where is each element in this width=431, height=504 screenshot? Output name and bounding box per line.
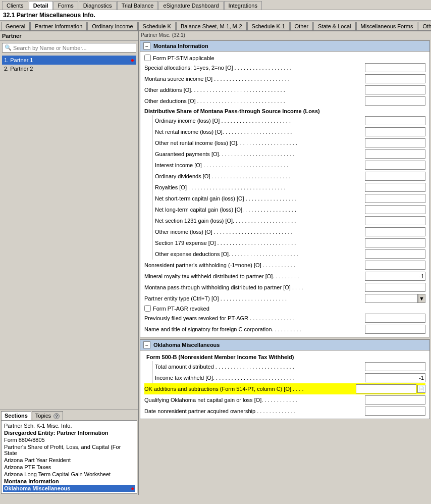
sections-content: Partner Sch. K-1 Misc. Info. Disregarded… bbox=[1, 420, 137, 494]
other-deductions-row: Other deductions [O] . . . . . . . . . .… bbox=[144, 95, 425, 107]
form-pt-stm-row: Form PT-STM applicable bbox=[144, 54, 425, 62]
dist-input-2[interactable] bbox=[365, 138, 425, 147]
partner-entity-type-dropdown[interactable]: ▼ bbox=[365, 294, 425, 303]
dist-input-3[interactable] bbox=[365, 149, 425, 159]
distributive-share-group: Ordinary income (loss) [O] . . . . . . .… bbox=[152, 115, 425, 260]
section-item-7[interactable]: Montana Information bbox=[3, 478, 135, 485]
section-item-8[interactable]: Oklahoma Miscellaneous ● bbox=[3, 485, 135, 492]
other-additions-input[interactable] bbox=[365, 85, 425, 94]
ok-label-1: Income tax withheld [O]. . . . . . . . .… bbox=[155, 375, 365, 381]
prev-filed-years-input[interactable] bbox=[365, 314, 425, 323]
tab-integrations[interactable]: Integrations bbox=[224, 1, 262, 10]
tab-partner-info[interactable]: Partner Information bbox=[30, 22, 87, 30]
partner-entity-type-input[interactable] bbox=[365, 294, 418, 303]
dist-input-7[interactable] bbox=[365, 194, 425, 203]
dist-input-4[interactable] bbox=[365, 161, 425, 170]
tab-detail[interactable]: Detail bbox=[29, 1, 53, 10]
tab-state-local[interactable]: State & Local bbox=[313, 22, 355, 30]
dist-input-9[interactable] bbox=[365, 216, 425, 225]
tab-other-forms[interactable]: Other Forms bbox=[418, 22, 431, 30]
ok-input-1[interactable] bbox=[365, 373, 425, 382]
dist-field-2: Other net rental income (loss) [O]. . . … bbox=[155, 137, 425, 148]
pass-through-input[interactable] bbox=[365, 283, 425, 292]
partner-item-1[interactable]: 1. Partner 1 ● bbox=[2, 56, 136, 65]
form-pt-stm-label: Form PT-STM applicable bbox=[153, 55, 214, 61]
section-item-2[interactable]: Form 8804/8805 bbox=[3, 436, 135, 443]
distributive-share-header: Distributive Share of Montana Pass-throu… bbox=[144, 107, 425, 115]
dist-field-9: Net section 1231 gain (loss) [O]. . . . … bbox=[155, 215, 425, 226]
ok-input-3[interactable] bbox=[365, 395, 425, 405]
montana-source-income-row: Montana source income [O] . . . . . . . … bbox=[144, 73, 425, 84]
pass-through-label: Montana pass-through withholding distrib… bbox=[144, 284, 365, 290]
tab-balance-sheet[interactable]: Balance Sheet, M-1, M-2 bbox=[176, 22, 247, 30]
prev-filed-years-row: Previously filed years revoked for PT-AG… bbox=[144, 313, 425, 324]
dist-label-7: Net short-term capital gain (loss) [O] .… bbox=[155, 195, 365, 201]
search-box[interactable]: 🔍 bbox=[2, 43, 136, 53]
montana-source-income-input[interactable] bbox=[365, 74, 425, 83]
ok-field-3: Qualifying Oklahoma net capital gain or … bbox=[144, 394, 425, 406]
nonresident-withholding-input[interactable] bbox=[365, 261, 425, 270]
dist-input-8[interactable] bbox=[365, 205, 425, 214]
sections-tab[interactable]: Sections bbox=[1, 411, 31, 420]
oklahoma-form-body: Form 500-B (Nonresident Member Income Ta… bbox=[140, 350, 429, 419]
form-pt-agr-checkbox[interactable] bbox=[144, 305, 151, 312]
dist-input-11[interactable] bbox=[365, 238, 425, 247]
section-item-0[interactable]: Partner Sch. K-1 Misc. Info. bbox=[3, 422, 135, 429]
tab-diagnostics[interactable]: Diagnostics bbox=[79, 1, 117, 10]
tab-trial-balance[interactable]: Trial Balance bbox=[117, 1, 158, 10]
dist-field-7: Net short-term capital gain (loss) [O] .… bbox=[155, 193, 425, 204]
ok-label-0: Total amount distributed . . . . . . . .… bbox=[155, 364, 365, 370]
tab-misc-forms[interactable]: Miscellaneous Forms bbox=[356, 22, 418, 30]
dist-input-0[interactable] bbox=[365, 116, 425, 125]
section-item-1[interactable]: Disregarded Entity: Partner Information bbox=[3, 429, 135, 436]
special-allocations-label: Special allocations: 1=yes, 2=no [O] . .… bbox=[144, 65, 365, 71]
oklahoma-collapse-button[interactable]: − bbox=[143, 341, 150, 348]
dist-field-11: Section 179 expense [O] . . . . . . . . … bbox=[155, 237, 425, 248]
dist-label-9: Net section 1231 gain (loss) [O]. . . . … bbox=[155, 218, 365, 224]
section-item-3[interactable]: Partner's Share of Profit, Loss, and Cap… bbox=[3, 443, 135, 457]
section-item-5[interactable]: Arizona PTE Taxes bbox=[3, 464, 135, 471]
partner-item-2[interactable]: 2. Partner 2 bbox=[2, 65, 136, 73]
tab-ordinary-income[interactable]: Ordinary Income bbox=[87, 22, 137, 30]
name-title-input[interactable] bbox=[365, 325, 425, 334]
dist-input-5[interactable] bbox=[365, 172, 425, 181]
tab-schedule-k[interactable]: Schedule K bbox=[138, 22, 176, 30]
dist-label-6: Royalties [O] . . . . . . . . . . . . . … bbox=[155, 184, 365, 190]
search-input[interactable] bbox=[13, 45, 134, 51]
document-icon[interactable]: 📄 bbox=[417, 385, 425, 393]
section-item-6[interactable]: Arizona Long Term Capital Gain Worksheet bbox=[3, 471, 135, 478]
other-deductions-input[interactable] bbox=[365, 96, 425, 106]
partner-misc-breadcrumb: Partner Misc. (32:1) bbox=[139, 31, 431, 39]
dist-input-6[interactable] bbox=[365, 183, 425, 192]
tab-schedule-k1[interactable]: Schedule K-1 bbox=[247, 22, 290, 30]
special-allocations-input[interactable] bbox=[365, 63, 425, 72]
other-additions-row: Other additions [O]. . . . . . . . . . .… bbox=[144, 84, 425, 95]
tab-general[interactable]: General bbox=[1, 22, 30, 30]
topics-tab[interactable]: Topics ? bbox=[32, 411, 63, 420]
ok-additions-input[interactable] bbox=[356, 384, 416, 393]
dist-input-12[interactable] bbox=[365, 249, 425, 259]
topics-help-icon: ? bbox=[53, 413, 60, 419]
section-item-4[interactable]: Arizona Part Year Resident bbox=[3, 457, 135, 464]
mineral-royalty-input[interactable] bbox=[365, 272, 425, 281]
mineral-royalty-row: Mineral royalty tax withheld distributed… bbox=[144, 271, 425, 282]
montana-collapse-button[interactable]: − bbox=[143, 42, 150, 49]
tab-esignature[interactable]: eSignature Dashboard bbox=[158, 1, 223, 10]
form-pt-agr-label: Form PT-AGR revoked bbox=[153, 306, 209, 312]
tab-forms[interactable]: Forms bbox=[53, 1, 78, 10]
tab-other[interactable]: Other bbox=[290, 22, 313, 30]
dropdown-arrow-icon[interactable]: ▼ bbox=[418, 294, 425, 303]
form-pt-stm-checkbox[interactable] bbox=[144, 55, 151, 61]
search-icon: 🔍 bbox=[5, 44, 12, 51]
montana-source-income-label: Montana source income [O] . . . . . . . … bbox=[144, 76, 365, 82]
dist-input-10[interactable] bbox=[365, 227, 425, 236]
dist-label-11: Section 179 expense [O] . . . . . . . . … bbox=[155, 240, 365, 246]
ok-input-0[interactable] bbox=[365, 362, 425, 371]
right-panel[interactable]: Partner Misc. (32:1) − Montana Informati… bbox=[139, 31, 431, 495]
tab-clients[interactable]: Clients bbox=[2, 1, 28, 10]
montana-title: Montana Information bbox=[153, 43, 208, 49]
dist-label-1: Net rental income (loss) [O]. . . . . . … bbox=[155, 129, 365, 135]
ok-input-4[interactable] bbox=[365, 407, 425, 416]
ok-label-3: Qualifying Oklahoma net capital gain or … bbox=[144, 397, 365, 403]
dist-input-1[interactable] bbox=[365, 127, 425, 136]
